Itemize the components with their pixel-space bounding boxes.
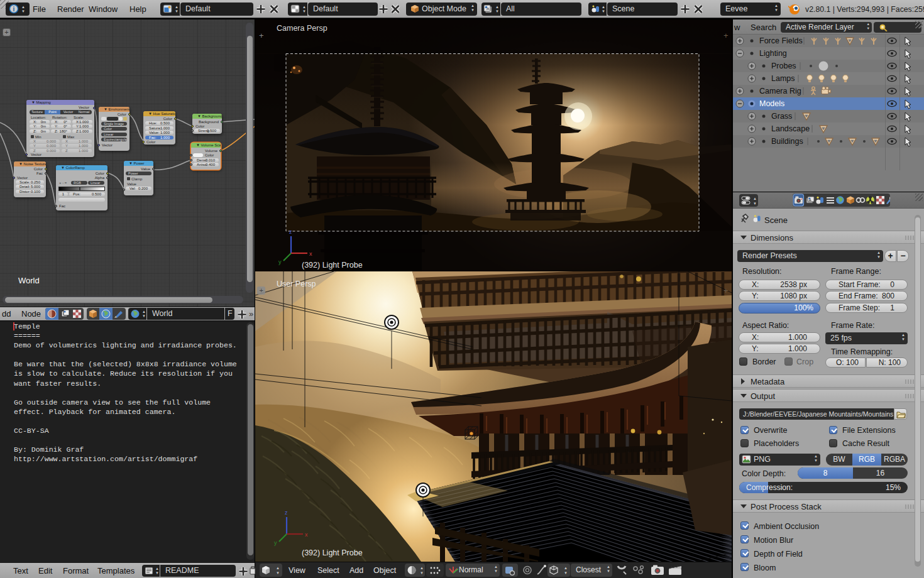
svg-text:▼: ▼ (302, 9, 305, 13)
svg-text:▲: ▲ (276, 566, 280, 570)
svg-text:+: + (723, 286, 729, 295)
svg-text:▼: ▼ (21, 9, 25, 13)
svg-text:(392) Light Probe: (392) Light Probe (302, 548, 363, 557)
svg-text:y: y (274, 540, 277, 546)
svg-text:Lamps: Lamps (771, 74, 795, 83)
svg-text:i: i (13, 6, 15, 13)
svg-text:x: x (305, 532, 308, 538)
svg-text:▲: ▲ (420, 566, 424, 570)
svg-text:▲: ▲ (495, 5, 499, 9)
svg-text:Grass: Grass (771, 112, 792, 121)
svg-text:▲: ▲ (302, 5, 305, 9)
svg-text:▲: ▲ (564, 566, 568, 570)
svg-text:y: y (278, 259, 282, 265)
svg-text:▲: ▲ (753, 197, 757, 200)
svg-text:Models: Models (759, 99, 784, 108)
svg-text:User Persp: User Persp (277, 280, 316, 288)
svg-text:Camera Persp: Camera Persp (277, 24, 327, 33)
svg-text:Camera Rig: Camera Rig (759, 87, 801, 95)
svg-text:▲: ▲ (602, 5, 605, 9)
svg-text:▲: ▲ (21, 5, 25, 9)
svg-text:▲: ▲ (175, 5, 178, 9)
svg-text:▼: ▼ (495, 9, 499, 13)
svg-text:Probes: Probes (771, 62, 796, 70)
svg-text:▼: ▼ (564, 571, 568, 575)
svg-text:x: x (309, 251, 312, 257)
svg-text:▼: ▼ (276, 571, 280, 575)
svg-text:Buildings: Buildings (771, 137, 803, 146)
svg-text:▼: ▼ (175, 9, 178, 13)
svg-text:▼: ▼ (155, 571, 158, 575)
svg-text:▲: ▲ (142, 310, 145, 314)
svg-text:▲: ▲ (155, 567, 158, 570)
svg-text:+: + (259, 31, 264, 40)
svg-text:(392) Light Probe: (392) Light Probe (302, 261, 363, 270)
svg-text:+: + (723, 31, 729, 40)
svg-text:Force Fields: Force Fields (759, 36, 803, 45)
svg-text:▼: ▼ (602, 9, 605, 13)
svg-text:▼: ▼ (420, 571, 424, 575)
svg-text:z: z (285, 510, 288, 516)
svg-text:Landscape: Landscape (771, 124, 810, 133)
svg-text:+: + (260, 286, 263, 294)
svg-text:Lighting: Lighting (759, 49, 787, 58)
svg-text:▼: ▼ (753, 202, 757, 205)
svg-text:▼: ▼ (142, 314, 145, 318)
svg-text:z: z (289, 229, 292, 235)
